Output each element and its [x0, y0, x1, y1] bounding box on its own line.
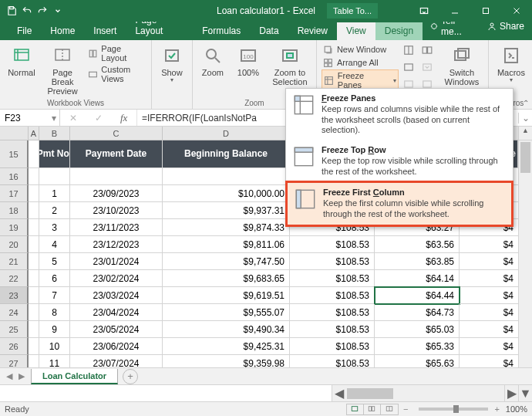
cell[interactable]: $65.63: [375, 355, 460, 367]
macros-button[interactable]: Macros ▾: [493, 43, 529, 86]
vertical-scrollbar[interactable]: ▲: [518, 127, 532, 367]
cell[interactable]: $9,811.06: [163, 236, 290, 253]
cell[interactable]: [39, 168, 70, 185]
hide-icon[interactable]: [403, 62, 417, 76]
horizontal-scrollbar[interactable]: ◀ ▶ ▼: [0, 384, 532, 401]
cell[interactable]: $9,683.65: [163, 270, 290, 287]
formula-expand-icon[interactable]: ⌄: [518, 113, 532, 123]
tab-view[interactable]: View: [337, 22, 375, 40]
cell[interactable]: $10,000.00: [163, 185, 290, 202]
cell[interactable]: $4: [460, 338, 518, 355]
tab-file[interactable]: File: [8, 22, 41, 40]
col-B[interactable]: B: [39, 127, 70, 140]
zoom-button[interactable]: Zoom: [197, 43, 228, 88]
row-number[interactable]: 15: [0, 140, 29, 168]
cell[interactable]: 23/09/2023: [70, 185, 163, 202]
scroll-left-icon[interactable]: ◀: [332, 385, 345, 401]
row-number[interactable]: 26: [0, 338, 29, 355]
scroll-down-icon[interactable]: ▼: [518, 385, 532, 401]
row-number[interactable]: 17: [0, 185, 29, 202]
undo-icon[interactable]: [20, 4, 34, 18]
collapse-ribbon-icon[interactable]: ⌃: [523, 99, 529, 107]
cell[interactable]: $4: [460, 236, 518, 253]
cell[interactable]: 23/05/2024: [70, 321, 163, 338]
tab-data[interactable]: Data: [250, 22, 288, 40]
cell[interactable]: $64.44: [375, 287, 460, 304]
cell[interactable]: 23/10/2023: [70, 202, 163, 219]
enter-icon[interactable]: ✓: [95, 113, 103, 123]
tab-insert[interactable]: Insert: [84, 22, 126, 40]
close-icon[interactable]: [501, 0, 532, 22]
cell[interactable]: 23/12/2023: [70, 236, 163, 253]
cell[interactable]: 8: [39, 304, 70, 321]
cell[interactable]: $64.14: [375, 270, 460, 287]
cell[interactable]: $108.53: [290, 287, 375, 304]
cancel-icon[interactable]: ✕: [69, 113, 77, 123]
minimize-icon[interactable]: [439, 0, 470, 22]
row-number[interactable]: 18: [0, 202, 29, 219]
redo-icon[interactable]: [35, 4, 49, 18]
col-D[interactable]: D: [163, 127, 290, 140]
cell[interactable]: $64.73: [375, 304, 460, 321]
tab-home[interactable]: Home: [41, 22, 84, 40]
cell[interactable]: 3: [39, 219, 70, 236]
cell[interactable]: 7: [39, 287, 70, 304]
cell[interactable]: $9,425.31: [163, 338, 290, 355]
col-C[interactable]: C: [70, 127, 163, 140]
cell[interactable]: $9,874.33: [163, 219, 290, 236]
cell[interactable]: $108.53: [290, 304, 375, 321]
cell[interactable]: $4: [460, 270, 518, 287]
tab-review[interactable]: Review: [288, 22, 337, 40]
insert-function-icon[interactable]: fx: [120, 112, 127, 124]
cell[interactable]: 23/03/2024: [70, 287, 163, 304]
cell[interactable]: $108.53: [290, 270, 375, 287]
cell[interactable]: $9,747.50: [163, 253, 290, 270]
cell[interactable]: $4: [460, 304, 518, 321]
view-side-icon[interactable]: [422, 45, 436, 59]
row-number[interactable]: 25: [0, 321, 29, 338]
zoom-level[interactable]: 100%: [506, 404, 527, 414]
cell[interactable]: $9,619.51: [163, 287, 290, 304]
cell[interactable]: 23/02/2024: [70, 270, 163, 287]
cell[interactable]: $108.53: [290, 338, 375, 355]
row-number[interactable]: 22: [0, 270, 29, 287]
normal-view-button[interactable]: Normal: [5, 43, 39, 97]
cell[interactable]: 5: [39, 253, 70, 270]
row-number[interactable]: 24: [0, 304, 29, 321]
cell[interactable]: [70, 168, 163, 185]
save-icon[interactable]: [5, 4, 19, 18]
cell[interactable]: $108.53: [290, 253, 375, 270]
page-layout-button[interactable]: Page Layout: [86, 43, 146, 63]
scroll-right-icon[interactable]: ▶: [504, 385, 518, 401]
freeze-panes-option[interactable]: Freeze Panes Keep rows and columns visib…: [286, 89, 513, 140]
cell[interactable]: $108.53: [290, 321, 375, 338]
sheet-nav-prev-icon[interactable]: ◀: [6, 371, 12, 381]
maximize-icon[interactable]: [470, 0, 501, 22]
cell[interactable]: $65.33: [375, 338, 460, 355]
show-dropdown[interactable]: Show ▾: [157, 43, 187, 86]
page-break-view-icon[interactable]: [381, 404, 398, 414]
tab-formulas[interactable]: Formulas: [193, 22, 250, 40]
name-box[interactable]: F23 ▾: [0, 110, 60, 126]
cell[interactable]: $9,490.34: [163, 321, 290, 338]
chevron-down-icon[interactable]: ▾: [49, 113, 59, 123]
cell[interactable]: 1: [39, 185, 70, 202]
cell[interactable]: $65.03: [375, 321, 460, 338]
cell[interactable]: $4: [460, 253, 518, 270]
ribbon-options-icon[interactable]: [409, 0, 439, 22]
row-number[interactable]: 20: [0, 236, 29, 253]
cell[interactable]: 23/07/2024: [70, 355, 163, 367]
page-layout-view-icon[interactable]: [364, 404, 381, 414]
row-number[interactable]: 19: [0, 219, 29, 236]
zoom-in-icon[interactable]: +: [494, 404, 499, 414]
freeze-top-row-option[interactable]: Freeze Top Row Keep the top row visible …: [286, 140, 513, 181]
cell[interactable]: 2: [39, 202, 70, 219]
row-number[interactable]: 16: [0, 168, 29, 185]
zoom-out-icon[interactable]: −: [403, 404, 408, 414]
cell[interactable]: $63.85: [375, 253, 460, 270]
new-window-button[interactable]: New Window: [322, 43, 399, 56]
cell[interactable]: $108.53: [290, 355, 375, 367]
qa-customize-icon[interactable]: [51, 4, 65, 18]
row-number[interactable]: 27: [0, 355, 29, 367]
zoom-100-button[interactable]: 100 100%: [233, 43, 264, 88]
